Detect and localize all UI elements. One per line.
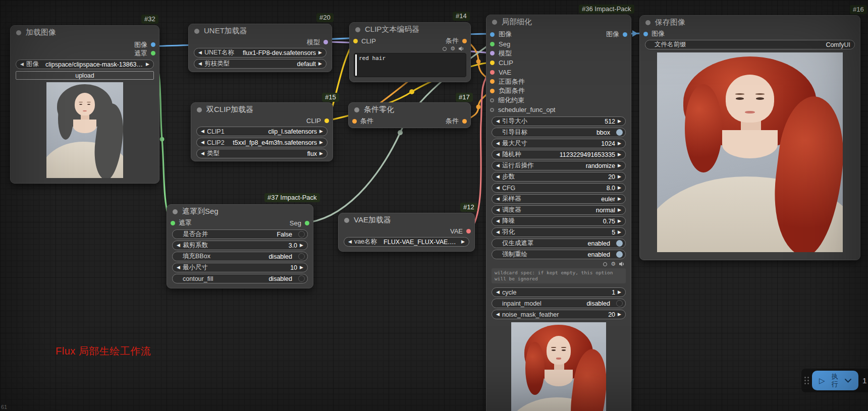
- collapse-dot[interactable]: [645, 20, 650, 25]
- input-dot[interactable]: [490, 61, 495, 65]
- output-dot-mask[interactable]: [151, 51, 155, 55]
- increment-arrow[interactable]: ▶: [318, 50, 322, 55]
- widget-row[interactable]: ◀ noise_mask_feather 20 ▶: [492, 310, 626, 319]
- widget-row[interactable]: ◀ 采样器 euler ▶: [492, 194, 626, 204]
- increment-arrow[interactable]: ▶: [618, 197, 621, 201]
- toggle-knob[interactable]: [616, 251, 623, 258]
- widget-row[interactable]: ◀ 引导目标 bbox ▶: [492, 128, 626, 137]
- input-dot[interactable]: [490, 70, 495, 75]
- decrement-arrow[interactable]: ◀: [177, 265, 180, 270]
- increment-arrow[interactable]: ▶: [300, 265, 303, 270]
- chevron-down-icon[interactable]: [845, 379, 851, 383]
- input-dot[interactable]: [490, 98, 494, 102]
- toggle-knob[interactable]: [298, 231, 305, 238]
- widget-row[interactable]: ◀ UNET名称 flux1-FP8-dev.safetensors ▶: [194, 48, 327, 57]
- increment-arrow[interactable]: ▶: [146, 62, 149, 67]
- node-detailer[interactable]: 局部细化 图像 图像 Seg 模型: [486, 15, 631, 411]
- input-dot[interactable]: [490, 79, 495, 84]
- increment-arrow[interactable]: ▶: [618, 141, 621, 146]
- input-dot[interactable]: [490, 89, 495, 93]
- widget-row[interactable]: ◀ 填充BBox disabled ▶: [172, 252, 308, 261]
- execute-button[interactable]: ▷ 执行: [812, 371, 858, 390]
- output-dot-conditioning[interactable]: [462, 39, 467, 43]
- toggle-knob[interactable]: [616, 129, 623, 136]
- widget-row[interactable]: ◀ 调度器 normal ▶: [492, 205, 626, 215]
- widget-row[interactable]: ◀ 文件名前缀 ComfyUI ▶: [645, 40, 855, 49]
- toggle-knob[interactable]: [616, 240, 623, 247]
- decrement-arrow[interactable]: ◀: [496, 219, 500, 223]
- decrement-arrow[interactable]: ◀: [496, 290, 500, 295]
- widget-row[interactable]: ◀ 步数 20 ▶: [492, 172, 626, 182]
- wildcard-textarea[interactable]: wildcard spec: if kept empty, this optio…: [492, 268, 626, 283]
- input-dot-conditioning[interactable]: [352, 119, 357, 124]
- gear-icon[interactable]: ⚙: [611, 261, 616, 267]
- prompt-textarea[interactable]: red hair: [354, 53, 466, 77]
- widget-row[interactable]: ◀ 降噪 0.75 ▶: [492, 216, 626, 226]
- decrement-arrow[interactable]: ◀: [198, 50, 202, 55]
- node-clip-text-encoder[interactable]: CLIP文本编码器 CLIP 条件 ⚙ red hair: [349, 22, 471, 82]
- output-dot-conditioning[interactable]: [462, 119, 467, 124]
- decrement-arrow[interactable]: ◀: [496, 312, 500, 317]
- decrement-arrow[interactable]: ◀: [348, 240, 352, 244]
- image-combo[interactable]: ◀ 图像 clipspace/clipspace-mask-1386358...…: [16, 60, 154, 69]
- decrement-arrow[interactable]: ◀: [496, 197, 500, 201]
- increment-arrow[interactable]: ▶: [319, 129, 323, 134]
- input-dot-image[interactable]: [643, 32, 648, 36]
- reroute-dot[interactable]: [476, 105, 481, 109]
- widget-row[interactable]: ◀ 随机种 1123229491653335 ▶: [492, 150, 626, 159]
- pin-circle-icon[interactable]: [603, 262, 607, 266]
- widget-row[interactable]: ◀ CLIP2 t5xxl_fp8_e4m3fn.safetensors ▶: [196, 138, 328, 147]
- widget-row[interactable]: ◀ 强制重绘 enabled ▶: [492, 250, 626, 259]
- increment-arrow[interactable]: ▶: [618, 152, 621, 157]
- widget-row[interactable]: ◀ CLIP1 clip_l.safetensors ▶: [196, 127, 328, 136]
- node-mask-to-segs[interactable]: 遮罩到Seg 遮罩 Seg ◀ 是否合并 False ▶ ◀ 裁剪系数: [167, 204, 313, 288]
- increment-arrow[interactable]: ▶: [319, 151, 323, 156]
- decrement-arrow[interactable]: ◀: [198, 62, 202, 66]
- decrement-arrow[interactable]: ◀: [496, 230, 500, 234]
- input-dot[interactable]: [490, 51, 495, 55]
- widget-row[interactable]: ◀ 是否合并 False ▶: [172, 229, 308, 239]
- output-dot-image[interactable]: [151, 42, 155, 47]
- collapse-dot[interactable]: [16, 30, 21, 35]
- output-dot-clip[interactable]: [324, 119, 329, 123]
- increment-arrow[interactable]: ▶: [618, 119, 621, 124]
- node-vae-loader[interactable]: VAE加载器 VAE ◀ vae名称 FLUX-VAE_FLUX-VAE.saf…: [338, 213, 475, 252]
- input-dot-clip[interactable]: [353, 39, 358, 43]
- reroute-arrow[interactable]: [632, 30, 638, 37]
- toggle-knob[interactable]: [298, 253, 305, 260]
- input-dot[interactable]: [490, 32, 495, 37]
- decrement-arrow[interactable]: ◀: [201, 140, 204, 145]
- node-load-image[interactable]: 加载图像 图像 遮罩 ◀ 图像 clipspace/clipspace-mask…: [10, 25, 159, 184]
- collapse-dot[interactable]: [194, 29, 199, 34]
- output-dot-segs[interactable]: [305, 221, 309, 225]
- increment-arrow[interactable]: ▶: [319, 140, 323, 145]
- increment-arrow[interactable]: ▶: [618, 186, 621, 190]
- node-dual-clip-loader[interactable]: 双CLIP加载器 CLIP ◀ CLIP1 clip_l.safetensors…: [191, 102, 333, 161]
- decrement-arrow[interactable]: ◀: [496, 208, 500, 212]
- speaker-icon[interactable]: [619, 261, 625, 267]
- input-dot-mask[interactable]: [171, 221, 175, 225]
- output-dot-model[interactable]: [323, 40, 328, 44]
- widget-row[interactable]: ◀ 裁剪系数 3.0 ▶: [172, 241, 308, 250]
- decrement-arrow[interactable]: ◀: [496, 186, 500, 190]
- node-unet-loader[interactable]: UNET加载器 模型 ◀ UNET名称 flux1-FP8-dev.safete…: [188, 24, 332, 72]
- widget-row[interactable]: ◀ 剪枝类型 default ▶: [194, 59, 327, 69]
- execute-bar[interactable]: ▷ 执行 1: [801, 369, 868, 392]
- collapse-dot[interactable]: [197, 107, 202, 112]
- node-conditioning-zero-out[interactable]: 条件零化 条件 条件: [348, 102, 471, 128]
- widget-row[interactable]: ◀ 羽化 5 ▶: [492, 227, 626, 237]
- decrement-arrow[interactable]: ◀: [496, 174, 500, 179]
- increment-arrow[interactable]: ▶: [618, 219, 621, 223]
- widget-row[interactable]: ◀ 最大尺寸 1024 ▶: [492, 139, 626, 148]
- output-dot-image[interactable]: [623, 32, 627, 37]
- collapse-dot[interactable]: [354, 107, 359, 112]
- reroute-dot[interactable]: [409, 89, 414, 94]
- increment-arrow[interactable]: ▶: [461, 240, 465, 244]
- decrement-arrow[interactable]: ◀: [20, 62, 24, 67]
- gear-icon[interactable]: ⚙: [450, 46, 455, 51]
- widget-row[interactable]: ◀ vae名称 FLUX-VAE_FLUX-VAE.safet... ▶: [344, 237, 469, 247]
- increment-arrow[interactable]: ▶: [618, 290, 621, 295]
- collapse-dot[interactable]: [173, 209, 178, 214]
- reroute-dot[interactable]: [476, 60, 481, 64]
- widget-row[interactable]: ◀ cycle 1 ▶: [492, 287, 626, 297]
